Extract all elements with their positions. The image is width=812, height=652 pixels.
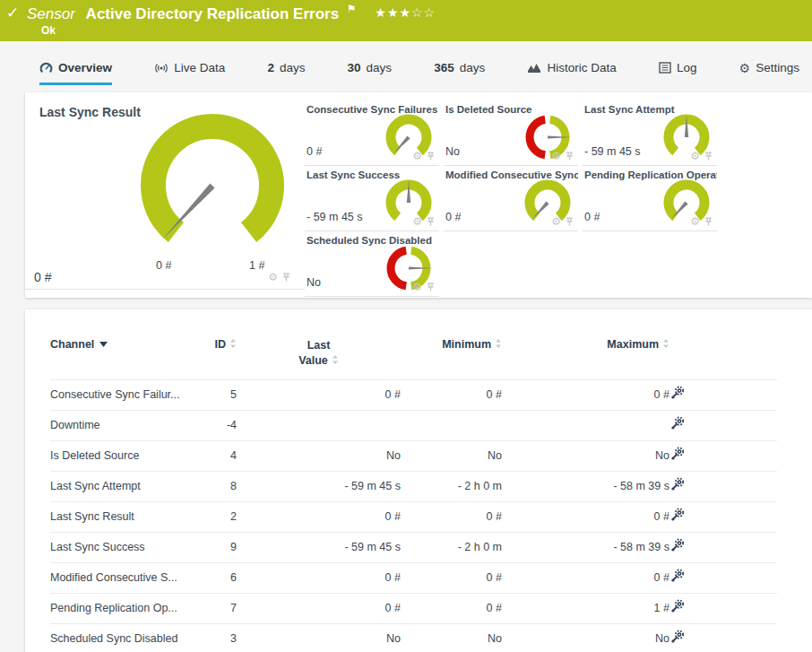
gauge-cell: Consecutive Sync Failures0 #⚙ bbox=[305, 101, 439, 166]
gear-icon[interactable]: ⚙ bbox=[412, 217, 422, 226]
table-row[interactable]: Last Sync Attempt8- 59 m 45 s- 2 h 0 m- … bbox=[50, 471, 777, 501]
table-row[interactable]: Pending Replication Op...70 #0 #1 # bbox=[50, 593, 777, 623]
channel-name: Modified Consecutive S... bbox=[50, 562, 206, 593]
channel-maximum: No bbox=[502, 440, 669, 471]
channel-settings-icon[interactable] bbox=[669, 477, 685, 492]
page-title: Active Directory Replication Errors bbox=[86, 5, 339, 22]
gear-icon[interactable]: ⚙ bbox=[268, 273, 278, 282]
channel-edit-cell[interactable] bbox=[669, 562, 777, 593]
column-header-id[interactable]: ID bbox=[206, 324, 237, 379]
page: { "header": { "check_glyph": "✓", "kind"… bbox=[0, 0, 812, 652]
channel-minimum: 0 # bbox=[401, 379, 502, 410]
tab-overview[interactable]: Overview bbox=[39, 61, 112, 85]
channel-last-value: No bbox=[237, 623, 401, 652]
table-row[interactable]: Downtime-4 bbox=[50, 410, 777, 440]
gauges-panel: Last Sync Result 0 # 1 # 0 # ⚙ Consecuti… bbox=[25, 92, 812, 298]
channel-settings-icon[interactable] bbox=[669, 630, 685, 645]
tab-label: Log bbox=[677, 61, 697, 74]
tab-label: Settings bbox=[756, 61, 799, 74]
channel-edit-cell[interactable] bbox=[669, 471, 777, 501]
pin-icon[interactable] bbox=[566, 152, 574, 161]
table-row[interactable]: Modified Consecutive S...60 #0 #0 # bbox=[50, 562, 777, 593]
gear-icon[interactable]: ⚙ bbox=[690, 152, 700, 161]
gear-icon[interactable]: ⚙ bbox=[690, 217, 700, 226]
table-row[interactable]: Scheduled Sync Disabled3NoNoNo bbox=[50, 623, 777, 652]
last-sync-result-gauge bbox=[132, 109, 293, 263]
channel-id: 7 bbox=[206, 593, 237, 623]
gear-icon[interactable]: ⚙ bbox=[412, 152, 422, 161]
gauge-value: 0 # bbox=[307, 145, 322, 158]
gear-icon[interactable]: ⚙ bbox=[412, 283, 422, 291]
channel-edit-cell[interactable] bbox=[669, 623, 777, 652]
channel-settings-icon[interactable] bbox=[669, 447, 685, 462]
channels-table-body: Consecutive Sync Failur...50 #0 #0 #Down… bbox=[50, 379, 777, 652]
tab-label: days bbox=[460, 61, 486, 74]
channel-last-value: - 59 m 45 s bbox=[237, 532, 401, 562]
column-header-minimum[interactable]: Minimum bbox=[401, 324, 502, 379]
channel-settings-icon[interactable] bbox=[669, 416, 685, 431]
star-rating[interactable]: ★★★☆☆ bbox=[375, 5, 436, 20]
tab-historic-data[interactable]: Historic Data bbox=[527, 61, 616, 85]
column-header-last-value[interactable]: Last Value bbox=[237, 324, 401, 379]
tab-365-days[interactable]: 365days bbox=[434, 61, 485, 85]
tab-label: days bbox=[280, 61, 306, 74]
channel-settings-icon[interactable] bbox=[669, 599, 685, 614]
channel-edit-cell[interactable] bbox=[669, 501, 777, 532]
gauge-value: - 59 m 45 s bbox=[307, 211, 363, 223]
pin-icon[interactable] bbox=[282, 273, 290, 282]
channel-id: 4 bbox=[206, 440, 237, 471]
gear-icon[interactable]: ⚙ bbox=[551, 217, 561, 226]
channel-maximum: 0 # bbox=[502, 501, 669, 532]
settings-icon: ⚙ bbox=[739, 62, 751, 74]
log-icon bbox=[659, 62, 671, 74]
table-row[interactable]: Last Sync Success9- 59 m 45 s- 2 h 0 m- … bbox=[50, 532, 777, 562]
channel-edit-cell[interactable] bbox=[669, 532, 777, 562]
channel-settings-icon[interactable] bbox=[669, 386, 685, 401]
flag-icon[interactable]: ⚑ bbox=[347, 3, 357, 15]
channel-edit-cell[interactable] bbox=[669, 410, 777, 440]
sort-icon bbox=[495, 338, 502, 349]
table-row[interactable]: Is Deleted Source4NoNoNo bbox=[50, 440, 777, 471]
column-header-maximum[interactable]: Maximum bbox=[502, 324, 669, 379]
pin-icon[interactable] bbox=[427, 152, 435, 161]
column-header-channel[interactable]: Channel bbox=[50, 324, 206, 379]
pin-icon[interactable] bbox=[704, 217, 713, 226]
channel-minimum: - 2 h 0 m bbox=[401, 471, 502, 501]
channel-id: 9 bbox=[206, 532, 237, 562]
pin-icon[interactable] bbox=[566, 217, 574, 226]
gauge-cell: Last Sync Attempt- 59 m 45 s⚙ bbox=[583, 101, 717, 166]
tab-30-days[interactable]: 30days bbox=[348, 61, 393, 85]
channel-settings-icon[interactable] bbox=[669, 569, 685, 584]
tab-number: 365 bbox=[434, 61, 454, 74]
channel-settings-icon[interactable] bbox=[669, 508, 685, 523]
channel-maximum: 1 # bbox=[502, 593, 669, 623]
pin-icon[interactable] bbox=[427, 283, 435, 291]
gauge-cell: Pending Replication Operatio...0 #⚙ bbox=[583, 167, 717, 231]
tab-label: Live Data bbox=[174, 61, 225, 74]
channel-minimum: No bbox=[401, 623, 502, 652]
tab-log[interactable]: Log bbox=[659, 61, 697, 85]
gauge-actions: ⚙ bbox=[690, 152, 713, 161]
pin-icon[interactable] bbox=[704, 152, 713, 161]
gauge-actions: ⚙ bbox=[412, 152, 435, 161]
sensor-header: ✓ Sensor Active Directory Replication Er… bbox=[0, 0, 812, 41]
pin-icon[interactable] bbox=[427, 217, 435, 226]
channel-minimum: - 2 h 0 m bbox=[401, 532, 502, 562]
channel-settings-icon[interactable] bbox=[669, 538, 685, 553]
channel-id: -4 bbox=[206, 410, 237, 440]
check-icon: ✓ bbox=[6, 4, 19, 22]
tab-live-data[interactable]: Live Data bbox=[154, 61, 225, 85]
tab-settings[interactable]: ⚙Settings bbox=[739, 61, 799, 85]
gauge-scale-min: 0 # bbox=[156, 259, 171, 272]
channel-edit-cell[interactable] bbox=[669, 379, 777, 410]
channel-name: Downtime bbox=[50, 410, 206, 440]
table-row[interactable]: Last Sync Result20 #0 #0 # bbox=[50, 501, 777, 532]
table-row[interactable]: Consecutive Sync Failur...50 #0 #0 # bbox=[50, 379, 777, 410]
channel-last-value: 0 # bbox=[237, 379, 401, 410]
channel-last-value: 0 # bbox=[237, 562, 401, 593]
channel-edit-cell[interactable] bbox=[669, 440, 777, 471]
tab-2-days[interactable]: 2days bbox=[267, 61, 305, 85]
channel-id: 8 bbox=[206, 471, 237, 501]
channel-edit-cell[interactable] bbox=[669, 593, 777, 623]
gear-icon[interactable]: ⚙ bbox=[551, 152, 561, 161]
